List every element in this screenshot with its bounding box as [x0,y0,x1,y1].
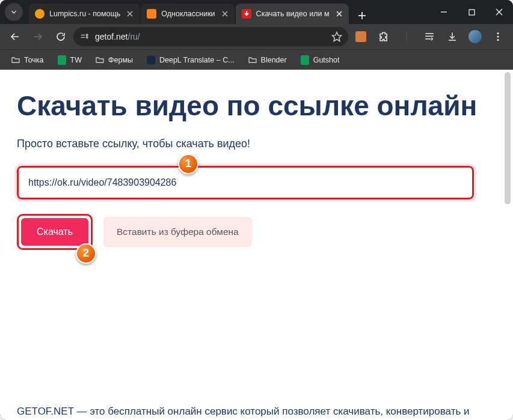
media-control-icon[interactable] [419,26,440,47]
bookmark-label: Gutshot [313,56,340,64]
download-highlight: Скачать 2 [17,214,93,250]
reload-button[interactable] [51,26,71,47]
minimize-button[interactable] [430,0,458,24]
svg-marker-18 [333,32,342,41]
toolbar: getof.net/ru/ [0,24,513,49]
url-path: /ru/ [128,32,140,41]
tab-search-button[interactable] [5,3,23,21]
footer-description: GETOF.NET — это бесплатный онлайн сервис… [17,406,496,418]
close-icon[interactable] [334,9,344,19]
url-text: getof.net/ru/ [95,32,140,41]
tab-getof[interactable]: Скачать видео или м [236,4,349,24]
close-window-button[interactable] [485,0,513,24]
bookmark-label: Blender [261,56,287,64]
callout-badge-1: 1 [178,154,198,174]
folder-icon [95,55,105,65]
deepl-icon [146,55,156,65]
tab-title: Одноклассники [161,10,215,18]
maximize-button[interactable] [458,0,485,24]
titlebar: Lumpics.ru - помощь Одноклассники Скачат… [0,0,513,24]
svg-point-21 [497,32,499,34]
sheets-icon [57,55,67,65]
folder-icon [11,55,20,65]
back-button[interactable] [5,26,25,47]
tab-title: Скачать видео или м [256,10,330,18]
bookmark-star-icon[interactable] [331,31,342,42]
callout-badge-2: 2 [76,243,96,264]
browser-window: Lumpics.ru - помощь Одноклассники Скачат… [0,0,513,420]
svg-rect-9 [469,10,475,15]
extension-metamask-icon[interactable] [351,26,371,47]
divider [396,26,417,47]
page-content: Скачать видео по ссылке онлайн Просто вс… [0,70,513,420]
extensions-button[interactable] [373,26,394,47]
close-icon[interactable] [220,9,230,19]
svg-point-22 [497,35,499,37]
forward-button[interactable] [28,26,48,47]
page-viewport: Скачать видео по ссылке онлайн Просто вс… [0,70,513,420]
svg-point-17 [86,37,88,38]
profile-avatar[interactable] [465,26,485,47]
video-url-input[interactable] [17,166,474,199]
tab-strip: Lumpics.ru - помощь Одноклассники Скачат… [29,0,430,24]
bookmark-tw[interactable]: TW [52,53,87,67]
bookmark-label: TW [70,56,82,64]
bookmark-fermy[interactable]: Фермы [90,53,138,67]
bookmark-gutshot[interactable]: Gutshot [295,53,345,67]
favicon-icon [242,9,251,19]
favicon-icon [35,9,45,19]
bookmarks-bar: Точка TW Фермы DeepL Translate – C... Bl… [0,49,513,70]
bookmark-label: DeepL Translate – C... [159,56,235,64]
downloads-button[interactable] [442,26,462,47]
page-subtitle: Просто вставьте ссылку, чтобы скачать ви… [17,138,496,150]
url-host: getof.net [95,32,128,41]
bookmark-tochka[interactable]: Точка [6,53,49,67]
svg-point-16 [86,34,88,36]
menu-button[interactable] [488,26,508,47]
url-input-row: 1 [17,166,496,199]
bookmark-label: Фермы [108,56,133,64]
favicon-icon [147,9,156,19]
tab-lumpics[interactable]: Lumpics.ru - помощь [29,4,140,24]
tab-title: Lumpics.ru - помощь [49,10,120,18]
new-tab-button[interactable] [354,7,370,24]
sheets-icon [300,55,310,65]
bookmark-deepl[interactable]: DeepL Translate – C... [141,53,239,67]
folder-icon [248,55,257,65]
tab-odnoklassniki[interactable]: Одноклассники [141,4,234,24]
close-icon[interactable] [125,9,135,19]
svg-point-23 [497,39,499,41]
download-button[interactable]: Скачать [21,218,88,246]
address-bar[interactable]: getof.net/ru/ [73,27,348,46]
paste-from-clipboard-button[interactable]: Вставить из буфера обмена [103,217,252,247]
bookmark-label: Точка [24,56,44,64]
bookmark-blender[interactable]: Blender [243,53,292,67]
window-controls [430,0,513,24]
button-row: Скачать 2 Вставить из буфера обмена [17,214,496,250]
site-info-icon[interactable] [79,32,89,41]
page-heading: Скачать видео по ссылке онлайн [17,90,496,122]
